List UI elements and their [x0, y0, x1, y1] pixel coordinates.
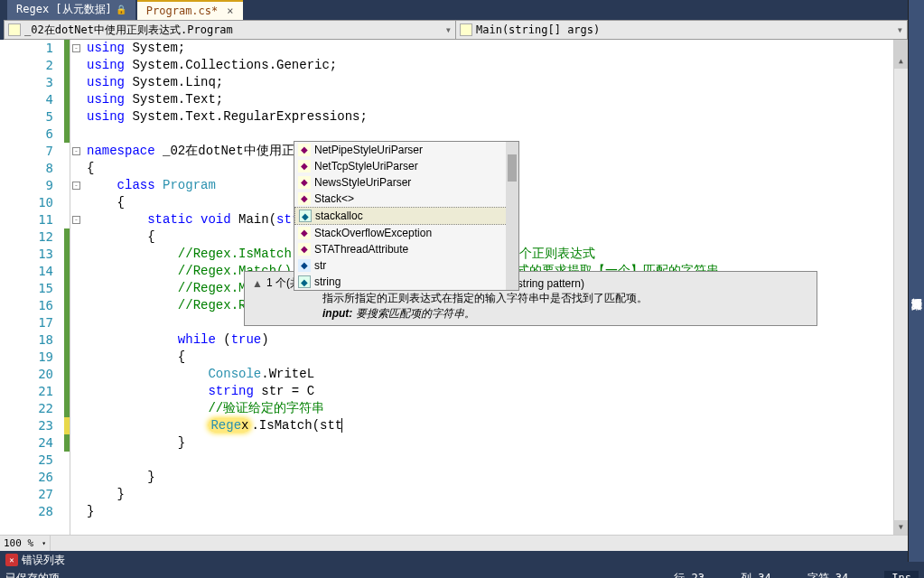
- tooltip-param-desc: 要搜索匹配项的字符串。: [352, 307, 474, 320]
- intellisense-item[interactable]: ◆NetTcpStyleUriParser: [294, 158, 518, 174]
- chevron-down-icon: ▾: [445, 23, 452, 36]
- intellisense-scrollbar[interactable]: [506, 142, 518, 290]
- close-icon[interactable]: ×: [227, 5, 233, 17]
- nav-member-label: Main(string[] args): [476, 23, 600, 36]
- tab-label: Program.cs*: [146, 5, 218, 17]
- tooltip-description: 指示所指定的正则表达式在指定的输入字符串中是否找到了匹配项。: [322, 291, 809, 306]
- zoom-dropdown[interactable]: 100 % ▾: [0, 536, 51, 551]
- completion-icon: ◆: [298, 243, 311, 256]
- lock-icon: 🔒: [116, 5, 126, 14]
- nav-class-dropdown[interactable]: _02在dotNet中使用正则表达式.Program ▾: [5, 21, 456, 39]
- chevron-down-icon: ▾: [42, 539, 46, 547]
- status-char: 字符 34: [807, 571, 849, 579]
- completion-label: STAThreadAttribute: [314, 243, 408, 256]
- status-col: 列 34: [741, 571, 771, 579]
- intellisense-item[interactable]: ◆str: [294, 257, 518, 274]
- status-bar: 已保存的项 行 23 列 34 字符 34 Ins: [0, 569, 924, 578]
- nav-class-label: _02在dotNet中使用正则表达式.Program: [24, 23, 233, 38]
- completion-label: StackOverflowException: [314, 227, 432, 239]
- completion-label: stackalloc: [315, 210, 363, 222]
- nav-member-dropdown[interactable]: Main(string[] args) ▾: [456, 21, 907, 39]
- tab-label: Regex [从元数据]: [16, 2, 112, 17]
- zoom-value: 100 %: [4, 537, 33, 549]
- completion-label: NetTcpStyleUriParser: [314, 160, 418, 172]
- code-editor: 1234567891011121314151617181920212223242…: [0, 40, 908, 535]
- intellisense-item[interactable]: ◆Stack<>: [294, 191, 518, 207]
- completion-icon: ◆: [298, 176, 311, 189]
- completion-label: NetPipeStyleUriParser: [314, 144, 423, 156]
- error-list-panel[interactable]: ✕ 错误列表: [0, 551, 924, 569]
- intellisense-item[interactable]: ◆string: [294, 274, 518, 290]
- navigation-bar: _02在dotNet中使用正则表达式.Program ▾ Main(string…: [4, 20, 908, 40]
- completion-icon: ◆: [298, 227, 311, 239]
- intellisense-item[interactable]: ◆NetPipeStyleUriParser: [294, 142, 518, 158]
- intellisense-item[interactable]: ◆stackalloc: [294, 207, 518, 225]
- vertical-scrollbar[interactable]: ▲ ▼: [893, 40, 908, 535]
- signature-suffix: , string pattern): [511, 277, 584, 290]
- intellisense-popup[interactable]: ◆NetPipeStyleUriParser◆NetTcpStyleUriPar…: [294, 141, 519, 291]
- class-icon: [8, 23, 21, 36]
- tooltip-param-name: input:: [322, 307, 352, 320]
- overload-up-icon[interactable]: ▲: [252, 277, 263, 290]
- completion-icon: ◆: [299, 210, 312, 222]
- horizontal-scrollbar-area: 100 % ▾: [0, 535, 908, 551]
- intellisense-item[interactable]: ◆STAThreadAttribute: [294, 241, 518, 257]
- status-saved: 已保存的项: [5, 571, 60, 579]
- tab-program-cs[interactable]: Program.cs* ×: [137, 0, 243, 20]
- intellisense-item[interactable]: ◆NewsStyleUriParser: [294, 174, 518, 191]
- solution-explorer-tab[interactable]: 解决方案资源管理器: [908, 0, 924, 562]
- error-list-label: 错误列表: [22, 553, 65, 568]
- error-icon: ✕: [5, 554, 18, 566]
- status-ins-mode[interactable]: Ins: [884, 571, 919, 578]
- line-number-gutter: 1234567891011121314151617181920212223242…: [0, 40, 70, 535]
- completion-icon: ◆: [298, 275, 311, 288]
- completion-label: string: [314, 275, 341, 288]
- tab-regex-metadata[interactable]: Regex [从元数据] 🔒: [7, 0, 135, 20]
- completion-label: NewsStyleUriParser: [314, 176, 411, 189]
- chevron-down-icon: ▾: [897, 23, 903, 36]
- completion-label: Stack<>: [314, 192, 354, 205]
- completion-icon: ◆: [298, 160, 311, 172]
- completion-icon: ◆: [298, 259, 311, 272]
- tab-bar: Regex [从元数据] 🔒 Program.cs* ×: [0, 0, 924, 20]
- completion-icon: ◆: [298, 192, 311, 205]
- completion-icon: ◆: [298, 144, 311, 156]
- fold-column[interactable]: - - - -: [70, 40, 83, 535]
- method-icon: [460, 23, 472, 36]
- status-line: 行 23: [674, 571, 705, 579]
- intellisense-item[interactable]: ◆StackOverflowException: [294, 225, 518, 241]
- completion-label: str: [314, 259, 326, 272]
